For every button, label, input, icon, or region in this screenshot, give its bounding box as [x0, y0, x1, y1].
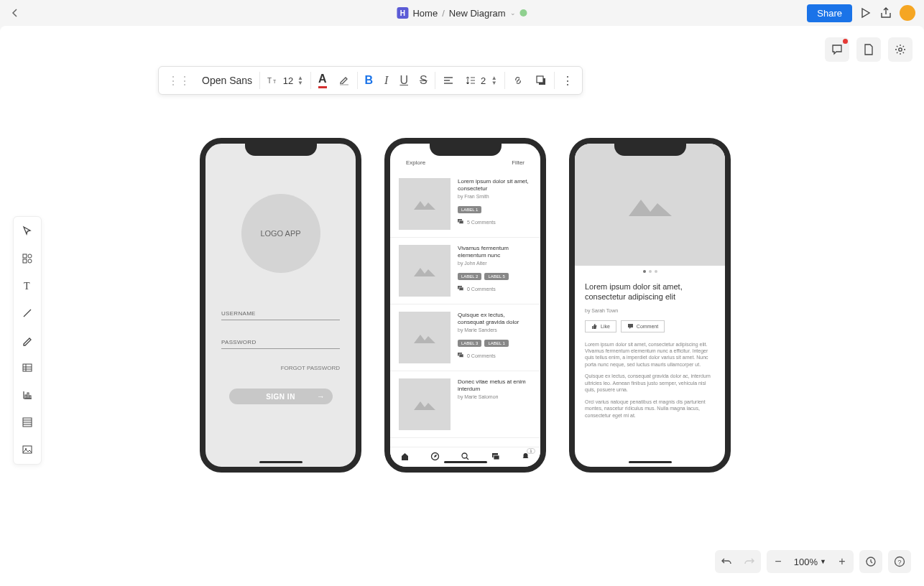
- component-tool-icon[interactable]: [19, 414, 36, 431]
- breadcrumb-separator: /: [442, 8, 445, 19]
- list-item-title: Vivamus fermentum elementum nunc: [458, 245, 532, 260]
- chart-tool-icon[interactable]: [19, 386, 36, 404]
- svg-rect-26: [459, 220, 463, 224]
- bell-icon: 1: [521, 452, 530, 461]
- breadcrumb: H Home / New Diagram ⌄: [397, 7, 527, 19]
- label-chip: LABEL 1: [484, 340, 508, 347]
- thumbnail-placeholder: [399, 245, 451, 297]
- comment-button-mockup: Comment: [621, 320, 665, 332]
- detail-author: by Sarah Town: [585, 308, 715, 313]
- image-tool-icon[interactable]: [19, 441, 36, 458]
- zoom-out-button[interactable]: −: [767, 550, 790, 573]
- line-spacing-stepper[interactable]: ▲▼: [491, 75, 497, 85]
- svg-rect-16: [25, 395, 27, 399]
- bold-button[interactable]: B: [359, 67, 379, 94]
- breadcrumb-dropdown-icon[interactable]: ⌄: [510, 9, 516, 17]
- tab-filter: Filter: [512, 159, 525, 166]
- table-tool-icon[interactable]: [19, 359, 36, 376]
- text-color-button[interactable]: A: [313, 67, 333, 94]
- hero-image-placeholder: [575, 144, 725, 266]
- breadcrumb-diagram-name[interactable]: New Diagram: [449, 8, 506, 19]
- thumbnail-placeholder: [399, 312, 451, 363]
- mockup-list-screen[interactable]: Explore Filter Lorem ipsum dolor sit ame…: [384, 138, 546, 473]
- tab-explore: Explore: [406, 159, 425, 166]
- explore-icon: [430, 452, 440, 461]
- svg-point-7: [28, 254, 32, 258]
- strikethrough-button[interactable]: S: [414, 67, 433, 94]
- present-icon[interactable]: [859, 6, 872, 19]
- italic-button[interactable]: I: [379, 67, 394, 94]
- highlight-color-button[interactable]: [333, 67, 356, 94]
- export-icon[interactable]: [879, 6, 892, 19]
- list-item-author: by Marie Salomon: [458, 394, 532, 399]
- user-avatar[interactable]: [900, 5, 915, 21]
- svg-rect-36: [628, 324, 633, 327]
- list-item: Lorem ipsum dolor sit amet, consectetur …: [390, 171, 540, 238]
- mockup-login-screen[interactable]: LOGO APP USERNAME PASSWORD FORGOT PASSWO…: [200, 138, 361, 473]
- line-tool-icon[interactable]: [19, 304, 36, 322]
- svg-rect-5: [537, 76, 543, 83]
- settings-button[interactable]: [888, 37, 913, 62]
- pen-tool-icon[interactable]: [19, 332, 36, 349]
- comments-panel-button[interactable]: [825, 37, 849, 62]
- help-button[interactable]: ?: [888, 550, 911, 573]
- zoom-in-button[interactable]: +: [831, 550, 854, 573]
- font-size-control[interactable]: TT 12 ▲▼: [262, 67, 309, 94]
- more-options-button[interactable]: ⋮: [556, 67, 579, 94]
- left-toolbar: T: [13, 216, 42, 465]
- svg-text:T: T: [267, 77, 272, 85]
- font-size-stepper[interactable]: ▲▼: [297, 75, 303, 85]
- username-field-label: USERNAME: [221, 307, 340, 320]
- svg-rect-8: [23, 259, 27, 263]
- zoom-level-display[interactable]: 100%▼: [790, 557, 831, 567]
- page-panel-button[interactable]: [856, 37, 881, 62]
- phone-notch: [245, 143, 317, 156]
- detail-paragraph: Quisque ex lectus, consequat gravida dol…: [585, 373, 715, 393]
- comments-count: 5 Comments: [458, 219, 532, 225]
- app-header: H Home / New Diagram ⌄ Share: [0, 0, 924, 26]
- text-tool-icon[interactable]: T: [19, 277, 36, 294]
- history-button[interactable]: [859, 550, 882, 573]
- detail-paragraph: Lorem ipsum dolor sit amet, consectetur …: [585, 341, 715, 368]
- arrow-right-icon: →: [317, 392, 325, 401]
- layer-button[interactable]: [530, 67, 553, 94]
- svg-text:T: T: [24, 281, 30, 292]
- svg-rect-30: [459, 354, 463, 358]
- shapes-tool-icon[interactable]: [19, 250, 36, 267]
- home-indicator: [259, 461, 302, 463]
- label-chip: LABEL 1: [458, 206, 481, 213]
- canvas[interactable]: ⋮⋮ Open Sans TT 12 ▲▼ A B I U S 2 ▲▼: [0, 26, 924, 586]
- back-button[interactable]: [9, 5, 22, 21]
- password-field-label: PASSWORD: [221, 336, 340, 349]
- link-button[interactable]: [507, 67, 530, 94]
- redo-button[interactable]: [738, 550, 761, 573]
- phone-notch: [614, 143, 686, 156]
- notification-badge: 1: [527, 448, 535, 454]
- underline-button[interactable]: U: [394, 67, 414, 94]
- bottom-nav: 1: [390, 447, 540, 467]
- svg-rect-17: [27, 393, 29, 399]
- svg-point-0: [899, 48, 902, 51]
- svg-point-9: [28, 259, 32, 263]
- carousel-dots: [575, 270, 725, 273]
- toolbar-grip-icon[interactable]: ⋮⋮: [162, 67, 196, 94]
- search-icon: [461, 452, 470, 461]
- align-button[interactable]: [437, 67, 460, 94]
- svg-rect-3: [340, 84, 348, 85]
- line-spacing-control[interactable]: 2 ▲▼: [460, 67, 503, 94]
- notification-dot: [843, 39, 848, 44]
- undo-button[interactable]: [715, 550, 738, 573]
- home-indicator: [629, 461, 672, 463]
- list-item-author: by Marie Sanders: [458, 327, 532, 332]
- home-indicator: [444, 461, 487, 463]
- svg-rect-12: [23, 364, 32, 371]
- select-tool-icon[interactable]: [19, 223, 36, 240]
- list-item: Donec vitae metus at enim interdum by Ma…: [390, 371, 540, 438]
- home-icon: [400, 452, 410, 461]
- detail-title: Lorem ipsum dolor sit amet, consectetur …: [585, 282, 715, 302]
- share-button[interactable]: Share: [807, 4, 852, 22]
- svg-line-11: [24, 310, 31, 317]
- font-family-selector[interactable]: Open Sans: [196, 67, 258, 94]
- breadcrumb-home[interactable]: Home: [412, 8, 438, 19]
- mockup-detail-screen[interactable]: Lorem ipsum dolor sit amet, consectetur …: [569, 138, 731, 473]
